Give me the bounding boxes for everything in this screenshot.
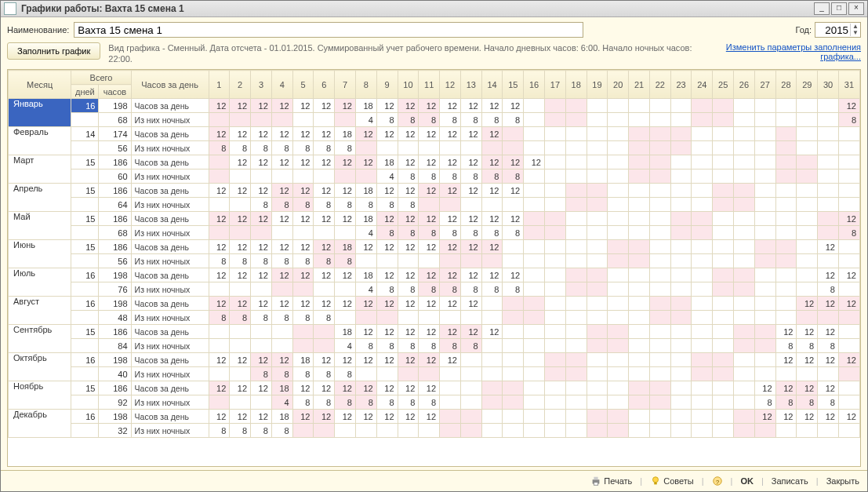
cell-night[interactable]	[587, 254, 608, 268]
cell-hours[interactable]: 12	[251, 353, 272, 367]
cell-night[interactable]	[649, 254, 670, 268]
cell-night[interactable]	[481, 367, 503, 381]
cell-hours[interactable]	[503, 353, 524, 367]
cell-hours[interactable]: 12	[398, 240, 419, 254]
cell-hours[interactable]: 12	[292, 99, 314, 113]
cell-hours[interactable]: 12	[271, 268, 292, 282]
cell-hours[interactable]	[754, 325, 775, 339]
col-day-2[interactable]: 2	[230, 71, 251, 99]
month-cell[interactable]: Июль	[9, 268, 71, 297]
cell-night[interactable]	[692, 113, 713, 127]
cell-night[interactable]: 4	[355, 226, 376, 240]
cell-night[interactable]: 8	[314, 367, 335, 381]
cell-night[interactable]	[629, 367, 650, 381]
cell-night[interactable]	[398, 254, 419, 268]
days-cell[interactable]: 16	[71, 353, 99, 367]
cell-hours[interactable]: 12	[419, 212, 440, 226]
cell-night[interactable]: 8	[838, 226, 859, 240]
cell-hours[interactable]: 18	[292, 353, 314, 367]
cell-night[interactable]	[734, 254, 755, 268]
cell-hours[interactable]	[608, 240, 629, 254]
cell-hours[interactable]	[734, 99, 755, 113]
cell-night[interactable]	[545, 169, 566, 184]
cell-night[interactable]	[251, 113, 272, 127]
cell-night[interactable]	[629, 282, 650, 297]
col-day-31[interactable]: 31	[838, 71, 859, 99]
cell-night[interactable]	[670, 395, 692, 410]
minimize-button[interactable]: _	[814, 2, 830, 15]
cell-hours[interactable]: 12	[209, 127, 230, 141]
hours-cell[interactable]: 198	[99, 297, 131, 311]
cell-hours[interactable]	[754, 268, 775, 282]
cell-hours[interactable]: 12	[230, 212, 251, 226]
cell-night[interactable]	[670, 282, 692, 297]
cell-night[interactable]	[670, 367, 692, 381]
month-row-Май[interactable]: Май15186Часов за день1212121212121218121…	[9, 212, 860, 226]
cell-hours[interactable]	[629, 99, 650, 113]
cell-hours[interactable]	[608, 297, 629, 311]
cell-hours[interactable]	[797, 268, 818, 282]
night-total-cell[interactable]: 56	[99, 141, 131, 155]
col-day-22[interactable]: 22	[649, 71, 670, 99]
cell-night[interactable]: 8	[460, 226, 481, 240]
cell-night[interactable]	[524, 424, 545, 438]
cell-night[interactable]	[524, 282, 545, 297]
cell-night[interactable]	[587, 367, 608, 381]
cell-night[interactable]	[524, 113, 545, 127]
cell-night[interactable]: 8	[209, 254, 230, 268]
hours-cell[interactable]: 186	[99, 212, 131, 226]
cell-hours[interactable]: 12	[209, 240, 230, 254]
cell-night[interactable]	[734, 367, 755, 381]
cell-hours[interactable]	[713, 325, 734, 339]
cell-hours[interactable]	[692, 212, 713, 226]
cell-hours[interactable]	[251, 325, 272, 339]
cell-night[interactable]	[209, 282, 230, 297]
hours-cell[interactable]: 186	[99, 381, 131, 395]
cell-night[interactable]: 8	[251, 141, 272, 155]
tips-button[interactable]: Советы	[650, 476, 693, 487]
cell-night[interactable]	[818, 198, 839, 212]
cell-hours[interactable]	[587, 381, 608, 395]
cell-night[interactable]	[524, 311, 545, 325]
cell-night[interactable]	[754, 339, 775, 353]
cell-hours[interactable]: 12	[797, 410, 818, 424]
cell-hours[interactable]	[314, 325, 335, 339]
cell-hours[interactable]	[692, 325, 713, 339]
month-row-Февраль-night[interactable]: 56Из них ночных8888888	[9, 141, 860, 155]
cell-hours[interactable]	[670, 297, 692, 311]
cell-hours[interactable]	[503, 410, 524, 424]
cell-night[interactable]: 8	[460, 169, 481, 184]
cell-hours[interactable]: 12	[376, 268, 398, 282]
cell-hours[interactable]: 12	[251, 127, 272, 141]
col-day-30[interactable]: 30	[818, 71, 839, 99]
cell-hours[interactable]: 12	[398, 99, 419, 113]
cell-hours[interactable]	[670, 410, 692, 424]
cell-night[interactable]	[440, 198, 461, 212]
close-button[interactable]: ×	[848, 2, 864, 15]
cell-hours[interactable]: 12	[335, 410, 356, 424]
cell-hours[interactable]	[713, 127, 734, 141]
cell-hours[interactable]: 12	[775, 325, 797, 339]
cell-night[interactable]	[481, 395, 503, 410]
cell-hours[interactable]: 12	[230, 240, 251, 254]
cell-hours[interactable]: 12	[419, 353, 440, 367]
cell-night[interactable]	[754, 282, 775, 297]
cell-hours[interactable]	[503, 240, 524, 254]
cell-hours[interactable]: 12	[271, 353, 292, 367]
cell-night[interactable]: 8	[251, 198, 272, 212]
month-cell[interactable]: Март	[9, 155, 71, 184]
year-spinner[interactable]: ▲▼	[815, 22, 861, 38]
cell-night[interactable]	[335, 424, 356, 438]
cell-hours[interactable]	[209, 155, 230, 169]
cell-night[interactable]	[608, 113, 629, 127]
cell-hours[interactable]	[481, 410, 503, 424]
cell-night[interactable]	[629, 395, 650, 410]
change-params-link[interactable]: Изменить параметры заполнения графика...	[704, 42, 861, 61]
cell-hours[interactable]: 12	[818, 410, 839, 424]
cell-night[interactable]: 8	[376, 282, 398, 297]
cell-night[interactable]	[545, 113, 566, 127]
cell-night[interactable]: 8	[335, 395, 356, 410]
cell-night[interactable]: 8	[335, 254, 356, 268]
cell-hours[interactable]	[734, 353, 755, 367]
cell-night[interactable]	[503, 367, 524, 381]
